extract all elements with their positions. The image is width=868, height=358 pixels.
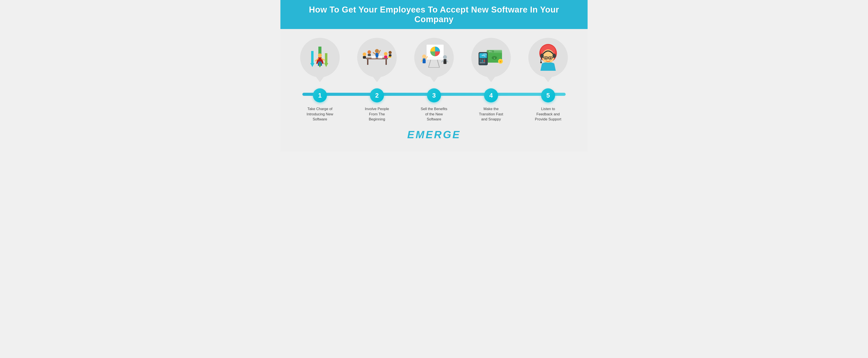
timeline-label-3: Sell the Benefitsof the NewSoftware [421, 106, 447, 122]
brand-area: EMERGE [285, 124, 583, 147]
illustration-4: $ BILL $ $ [463, 38, 520, 77]
timeline-circle-1: 1 [313, 88, 327, 103]
timeline-item-4: 4 Make theTransition Fastand Snappy [463, 88, 520, 122]
timeline-label-2: Involve PeopleFrom TheBeginning [365, 106, 389, 122]
svg-text:$: $ [500, 61, 501, 63]
svg-rect-19 [375, 53, 378, 57]
svg-line-30 [437, 60, 439, 67]
svg-point-34 [422, 55, 426, 58]
illustration-1 [291, 38, 348, 77]
svg-rect-62 [482, 60, 483, 61]
svg-rect-13 [388, 56, 391, 58]
timeline-row: 1 Take Charge ofIntroducing NewSoftware … [285, 77, 583, 124]
svg-text:PAY: PAY [482, 55, 485, 56]
svg-rect-61 [479, 60, 481, 61]
svg-rect-26 [371, 56, 376, 58]
meeting-svg [361, 43, 394, 72]
bubble-1 [300, 38, 340, 77]
timeline-label-5: Listen toFeedback andProvide Support [535, 106, 561, 122]
illustration-5 [520, 38, 577, 77]
timeline-item-1: 1 Take Charge ofIntroducing NewSoftware [291, 88, 348, 122]
payment-svg: $ BILL $ $ [474, 43, 507, 72]
illustration-2 [348, 38, 405, 77]
bubble-5 [528, 38, 568, 77]
support-svg [533, 42, 563, 73]
svg-point-16 [368, 50, 371, 54]
svg-line-41 [446, 60, 448, 62]
bubble-2 [357, 38, 397, 77]
timeline-circle-2: 2 [370, 88, 384, 103]
timeline-label-4: Make theTransition Fastand Snappy [479, 106, 503, 122]
svg-text:BILL: BILL [489, 51, 493, 53]
svg-rect-11 [385, 59, 387, 65]
timeline-circle-3: 3 [427, 88, 441, 103]
svg-point-24 [389, 51, 392, 54]
illustrations-row: $ BILL $ $ [285, 38, 583, 77]
svg-rect-10 [367, 59, 368, 65]
svg-point-76 [540, 54, 544, 58]
svg-rect-64 [479, 62, 485, 63]
superhero-svg [306, 43, 334, 72]
presentation-svg [416, 42, 452, 73]
svg-line-8 [321, 62, 321, 65]
brand-name: EMERGE [285, 129, 583, 141]
svg-rect-58 [479, 59, 481, 60]
svg-point-75 [550, 57, 551, 59]
timeline-circle-4: 4 [484, 88, 498, 103]
svg-rect-27 [378, 56, 382, 58]
bubble-4: $ BILL $ $ [471, 38, 511, 77]
svg-point-22 [384, 52, 388, 56]
illustration-3 [405, 38, 463, 77]
main-content: $ BILL $ $ [280, 29, 588, 152]
svg-point-77 [553, 54, 556, 58]
svg-marker-1 [310, 51, 314, 67]
svg-point-78 [540, 61, 542, 63]
header-section: How To Get Your Employees To Accept New … [280, 0, 588, 29]
timeline-circle-5: 5 [541, 88, 555, 103]
svg-rect-17 [368, 54, 371, 56]
timeline-item-2: 2 Involve PeopleFrom TheBeginning [348, 88, 405, 122]
svg-line-7 [318, 62, 319, 65]
svg-rect-15 [363, 56, 366, 59]
svg-rect-39 [443, 59, 446, 64]
svg-rect-63 [484, 60, 485, 61]
svg-point-38 [443, 55, 447, 59]
timeline-item-3: 3 Sell the Benefitsof the NewSoftware [405, 88, 463, 122]
svg-rect-35 [423, 58, 426, 63]
svg-line-37 [421, 59, 423, 61]
bubble-3 [414, 38, 454, 77]
svg-line-40 [442, 60, 443, 62]
svg-line-20 [373, 53, 375, 54]
svg-point-14 [363, 53, 366, 56]
svg-rect-59 [482, 59, 483, 60]
svg-point-18 [375, 49, 379, 53]
main-title: How To Get Your Employees To Accept New … [289, 5, 579, 24]
svg-text:$: $ [494, 57, 495, 59]
timeline-label-1: Take Charge ofIntroducing NewSoftware [307, 106, 333, 122]
timeline-item-5: 5 Listen toFeedback andProvide Support [520, 88, 577, 122]
svg-line-29 [429, 60, 431, 67]
svg-rect-60 [484, 59, 485, 60]
svg-rect-23 [384, 56, 387, 58]
svg-rect-25 [389, 54, 392, 56]
svg-point-74 [545, 57, 547, 59]
infographic-container: How To Get Your Employees To Accept New … [280, 0, 588, 152]
svg-point-3 [318, 53, 322, 57]
